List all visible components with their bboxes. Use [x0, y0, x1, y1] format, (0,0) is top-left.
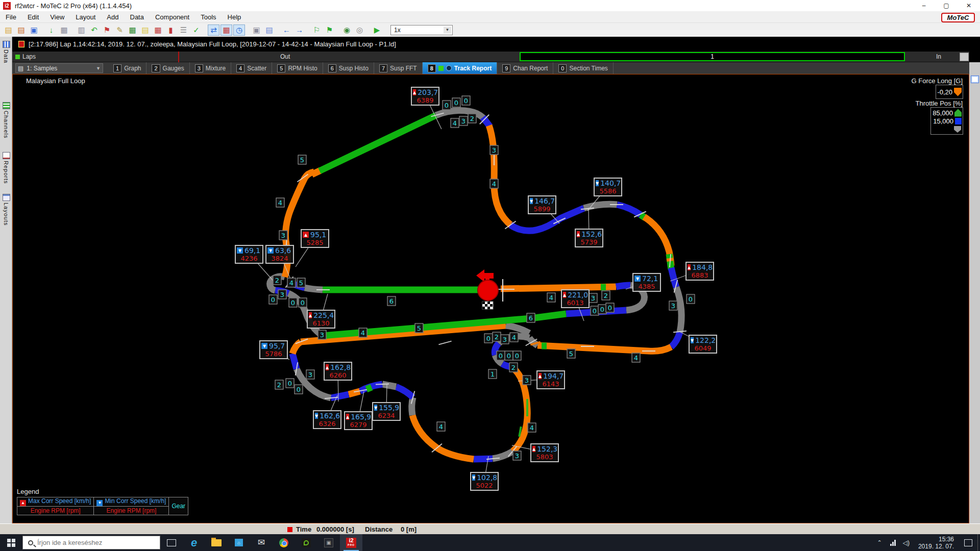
undo-icon[interactable]: ↶: [88, 24, 100, 36]
save-icon[interactable]: ▣: [28, 24, 40, 36]
worksheet-set-select[interactable]: ▤ 1: Samples ▼: [15, 63, 103, 73]
selected-lap[interactable]: 1: [520, 52, 905, 61]
edit-icon[interactable]: ✎: [114, 24, 126, 36]
print-preview-icon[interactable]: ▥: [76, 24, 87, 36]
sidebar-item-layouts[interactable]: Layouts: [0, 194, 12, 226]
excel-export-icon[interactable]: ▦: [127, 24, 138, 36]
flag-icon[interactable]: ⚑: [101, 24, 113, 36]
tab-mixture[interactable]: 3Mixture: [190, 62, 231, 74]
tab-scatter[interactable]: 4Scatter: [231, 62, 272, 74]
taskbar-app-explorer[interactable]: [205, 534, 228, 551]
engine-rpm-value: 6234: [373, 412, 400, 420]
gear-marker: 0: [269, 295, 278, 305]
gear-marker: 0: [687, 294, 695, 304]
menu-layout[interactable]: Layout: [70, 12, 101, 22]
tab-gauges[interactable]: 2Gauges: [146, 62, 189, 74]
zoom-in-icon[interactable]: ◉: [341, 24, 353, 36]
menu-help[interactable]: Help: [222, 12, 247, 22]
tray-expand-button[interactable]: ⌃: [872, 539, 886, 546]
gear-marker: 3: [523, 375, 531, 385]
corr-speed-value: 146,7: [534, 197, 555, 205]
task-view-button[interactable]: [160, 534, 183, 551]
tab-rpm-histo[interactable]: 5RPM Histo: [272, 62, 323, 74]
menu-file[interactable]: File: [0, 12, 22, 22]
min-marker-icon: ▼: [691, 337, 694, 343]
maximize-button[interactable]: ▢: [935, 0, 958, 11]
marker-flag-icon[interactable]: ⚐: [311, 24, 323, 36]
menu-edit[interactable]: Edit: [22, 12, 44, 22]
time-display-icon[interactable]: ◷: [233, 24, 245, 36]
menu-component[interactable]: Component: [150, 12, 195, 22]
corr-speed-value: 140,7: [600, 179, 621, 187]
search-input[interactable]: [37, 539, 144, 546]
taskbar-app-chrome[interactable]: [273, 534, 295, 551]
tab-susp-fft[interactable]: 7Susp FFT: [374, 62, 423, 74]
menu-data[interactable]: Data: [125, 12, 150, 22]
network-icon[interactable]: [887, 540, 899, 546]
search-icon: [28, 540, 33, 545]
menu-tools[interactable]: Tools: [195, 12, 222, 22]
print-icon[interactable]: ▦: [58, 24, 70, 36]
new-worksheet-icon[interactable]: ▤: [3, 24, 14, 36]
nav-forward-icon[interactable]: →: [293, 24, 305, 36]
gear-marker: 3: [318, 330, 327, 340]
copy-icon[interactable]: ▣: [251, 24, 262, 36]
values-grid-icon[interactable]: ▦: [220, 24, 232, 36]
taskbar-app-mail[interactable]: ✉: [250, 534, 273, 551]
max-speed-callout: ▲152,65739: [575, 229, 603, 247]
sidebar-item-data[interactable]: Data: [0, 41, 12, 63]
maths-icon[interactable]: ▦: [152, 24, 164, 36]
sidebar-item-reports[interactable]: Reports: [0, 152, 12, 184]
gear-marker: 2: [602, 291, 610, 300]
nav-back-icon[interactable]: ←: [281, 24, 292, 36]
taskbar-app-edge[interactable]: e: [183, 534, 205, 551]
taskbar-app-i2[interactable]: i2PRO: [340, 534, 362, 551]
engine-rpm-value: 6013: [562, 299, 589, 307]
close-button[interactable]: ✕: [958, 0, 980, 11]
temperature-icon[interactable]: ▮: [165, 24, 177, 36]
video-icon[interactable]: ▤: [139, 24, 151, 36]
export-icon[interactable]: ↓: [45, 24, 57, 36]
zoom-out-icon[interactable]: ◎: [354, 24, 365, 36]
details-icon[interactable]: ☰: [178, 24, 189, 36]
taskbar-app-darkapp[interactable]: ▣: [317, 534, 340, 551]
start-button[interactable]: [0, 534, 22, 551]
out-lap-label: Out: [280, 53, 290, 60]
time-distance-toggle-icon[interactable]: ⇄: [208, 24, 219, 36]
right-scrollbar[interactable]: [969, 62, 980, 523]
play-icon[interactable]: ▶: [371, 24, 383, 36]
volume-icon[interactable]: ◁): [899, 539, 913, 546]
windows-logo-icon: [7, 539, 15, 547]
tab-section-times[interactable]: 0Section Times: [553, 62, 614, 74]
tab-track-report[interactable]: 8Track Report: [423, 62, 497, 74]
playback-speed-select[interactable]: 1x ▼: [390, 25, 453, 35]
laps-bar[interactable]: Laps Out 1 In: [12, 52, 969, 62]
nvidia-icon: [302, 538, 311, 547]
add-marker-icon[interactable]: ⚑: [324, 24, 335, 36]
delete-worksheet-icon[interactable]: ▤: [15, 24, 27, 36]
sidebar-item-channels[interactable]: Channels: [0, 102, 12, 138]
taskbar-app-store[interactable]: ⌂: [228, 534, 250, 551]
min-marker-icon: ▼: [596, 180, 599, 186]
taskbar-search[interactable]: [22, 536, 160, 549]
taskbar-app-nvidia[interactable]: [295, 534, 317, 551]
menu-view[interactable]: View: [44, 12, 70, 22]
laps-options-button[interactable]: [960, 53, 969, 61]
store-icon: ⌂: [235, 539, 243, 546]
tab-graph[interactable]: 1Graph: [108, 62, 146, 74]
verify-icon[interactable]: ✓: [190, 24, 202, 36]
panel-properties-icon[interactable]: [971, 76, 979, 83]
show-desktop-button[interactable]: [977, 534, 980, 551]
notification-center-button[interactable]: [964, 539, 972, 546]
legend-max-cell: ▲Max Corr Speed [km/h]: [17, 497, 94, 507]
engine-rpm-value: 5803: [531, 453, 558, 461]
tab-susp-histo[interactable]: 6Susp Histo: [323, 62, 374, 74]
tab-chan-report[interactable]: 9Chan Report: [497, 62, 553, 74]
engine-rpm-value: 6143: [537, 380, 564, 388]
video-link-icon[interactable]: ▤: [263, 24, 275, 36]
menu-items: FileEditViewLayoutAddDataComponentToolsH…: [0, 12, 247, 21]
max-speed-callout: ▲184,86883: [685, 262, 714, 281]
menu-add[interactable]: Add: [101, 12, 124, 22]
taskbar-clock[interactable]: 15:36 2019. 12. 07.: [913, 536, 959, 550]
minimize-button[interactable]: –: [913, 0, 935, 11]
